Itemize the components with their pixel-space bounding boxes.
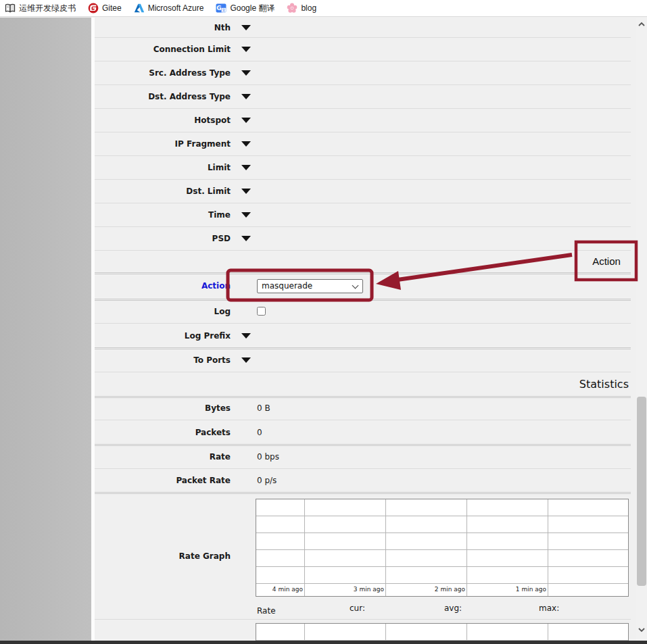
expand-triangle-icon[interactable]	[241, 47, 251, 52]
scroll-down-icon[interactable]	[636, 624, 647, 635]
bookmark-google-translate[interactable]: G 文 Google 翻译	[216, 3, 274, 14]
action-select-wrap: masquerade	[257, 279, 363, 293]
azure-logo-icon	[134, 3, 145, 14]
field-label: IP Fragment	[95, 139, 231, 149]
scroll-up-icon[interactable]	[636, 19, 647, 30]
field-label: Dst. Address Type	[95, 92, 231, 101]
sakura-flower-icon	[287, 3, 297, 14]
field-label: Hotspot	[95, 116, 231, 125]
packets-value: 0	[257, 428, 262, 437]
bytes-value: 0 B	[257, 403, 270, 413]
row-second-graph	[95, 620, 631, 641]
bookmarks-bar: 运维开发绿皮书 Gitee Microsoft Azure G 文	[0, 0, 647, 17]
expand-triangle-icon[interactable]	[241, 165, 251, 170]
field-label: Connection Limit	[95, 45, 231, 54]
field-label: Limit	[95, 163, 231, 172]
expand-triangle-icon[interactable]	[241, 25, 251, 30]
bookmark-azure[interactable]: Microsoft Azure	[134, 3, 204, 14]
expand-triangle-icon[interactable]	[241, 212, 251, 218]
bookmark-greenbook[interactable]: 运维开发绿皮书	[5, 3, 76, 14]
bookmark-blog[interactable]: blog	[287, 3, 316, 14]
row-to-ports: To Ports	[95, 348, 631, 372]
bytes-label: Bytes	[95, 403, 231, 413]
row-log-prefix: Log Prefix	[95, 324, 631, 348]
log-label: Log	[95, 307, 231, 316]
row-bytes: Bytes 0 B	[95, 397, 631, 420]
packet-rate-value: 0 p/s	[257, 476, 277, 485]
rate-graph-label: Rate Graph	[95, 551, 231, 561]
x-axis-tick: 1 min ago	[467, 584, 548, 596]
to-ports-label: To Ports	[95, 355, 231, 365]
row-packets: Packets 0	[95, 420, 631, 445]
legend-series: Rate	[257, 606, 276, 616]
window-bottom-edge	[0, 641, 647, 644]
bookmark-label: Google 翻译	[230, 3, 274, 14]
x-axis-tick: 4 min ago	[256, 584, 305, 596]
action-select[interactable]: masquerade	[257, 279, 363, 293]
packets-label: Packets	[95, 428, 231, 437]
rate-graph-x-axis: 4 min ago 3 min ago 2 min ago 1 min ago	[256, 584, 628, 596]
second-graph-grid	[256, 623, 629, 641]
bookmark-label: 运维开发绿皮书	[19, 3, 76, 14]
expand-triangle-icon[interactable]	[241, 189, 251, 194]
row-ip-fragment: IP Fragment	[95, 132, 631, 156]
row-spacer	[95, 251, 631, 273]
row-time: Time	[95, 203, 631, 227]
row-limit: Limit	[95, 156, 631, 180]
row-connection-limit: Connection Limit	[95, 38, 631, 61]
x-axis-tick: 3 min ago	[305, 584, 386, 596]
rate-graph-grid: 4 min ago 3 min ago 2 min ago 1 min ago	[256, 499, 629, 597]
row-log: Log	[95, 299, 631, 324]
packet-rate-label: Packet Rate	[95, 476, 231, 485]
field-label: Nth	[95, 23, 231, 32]
log-checkbox[interactable]	[257, 307, 266, 316]
left-gray-panel	[0, 18, 91, 641]
field-label: Time	[95, 210, 231, 220]
rate-label: Rate	[95, 452, 231, 462]
svg-text:G: G	[217, 5, 222, 11]
rate-graph-legend: Rate cur: avg: max:	[256, 603, 629, 616]
expand-triangle-icon[interactable]	[241, 118, 251, 123]
bookmark-label: blog	[301, 3, 316, 13]
legend-max: max:	[539, 603, 559, 613]
log-prefix-label: Log Prefix	[95, 331, 231, 341]
svg-text:文: 文	[222, 8, 226, 12]
field-label: Src. Address Type	[95, 68, 231, 78]
field-label: PSD	[95, 234, 231, 243]
row-dst-limit: Dst. Limit	[95, 180, 631, 203]
action-label: Action	[95, 281, 231, 291]
row-hotspot: Hotspot	[95, 109, 631, 132]
expand-triangle-icon[interactable]	[241, 94, 251, 99]
expand-triangle-icon[interactable]	[241, 236, 251, 241]
row-psd: PSD	[95, 227, 631, 251]
expand-triangle-icon[interactable]	[241, 141, 251, 147]
bookmark-label: Microsoft Azure	[148, 3, 204, 13]
scrollbar-thumb[interactable]	[637, 397, 646, 586]
gitee-logo-icon	[88, 3, 99, 14]
browser-scrollbar[interactable]	[636, 18, 647, 641]
rate-value: 0 bps	[257, 452, 279, 462]
row-packet-rate: Packet Rate 0 p/s	[95, 469, 631, 493]
bookmark-label: Gitee	[102, 3, 122, 13]
row-dst-address-type: Dst. Address Type	[95, 85, 631, 109]
legend-avg: avg:	[444, 603, 462, 613]
row-nth: Nth	[95, 18, 631, 38]
x-axis-tick: 2 min ago	[386, 584, 467, 596]
row-src-address-type: Src. Address Type	[95, 61, 631, 85]
expand-triangle-icon[interactable]	[241, 333, 251, 339]
row-action: Action masquerade	[95, 273, 631, 299]
row-rate-graph: Rate Graph 4 min ago 3 min ago 2 min ago…	[95, 493, 631, 620]
field-label: Dst. Limit	[95, 187, 231, 196]
google-translate-icon: G 文	[216, 3, 226, 14]
legend-cur: cur:	[350, 603, 365, 613]
webfig-form: Nth Connection Limit Src. Address Type D…	[95, 18, 631, 641]
bookmark-gitee[interactable]: Gitee	[88, 3, 122, 14]
statistics-heading: Statistics	[95, 372, 631, 397]
row-rate: Rate 0 bps	[95, 445, 631, 469]
expand-triangle-icon[interactable]	[241, 70, 251, 76]
open-book-icon	[5, 3, 16, 14]
expand-triangle-icon[interactable]	[241, 357, 251, 363]
